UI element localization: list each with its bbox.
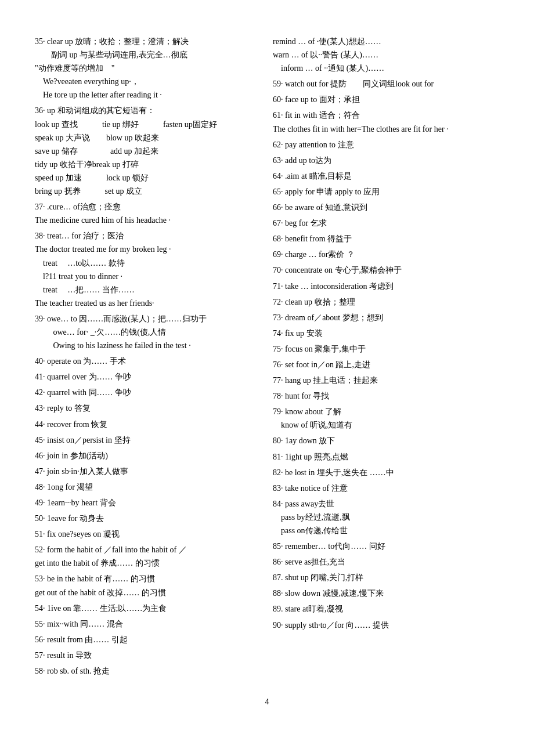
entry-line: 63· add up to达为 — [273, 154, 499, 167]
entry-90: 90· supply sth·to／for 向…… 提供 — [273, 618, 499, 632]
entry-line: 77· hang up 挂上电话；挂起来 — [273, 374, 499, 387]
entry-37: 37· .cure… of治愈；痊愈The medicine cured him… — [35, 200, 261, 227]
entry-line: know of 听说,知道有 — [273, 418, 499, 432]
entry-74: 74· fix up 安装 — [273, 327, 499, 340]
entry-line: 35· clear up 放晴；收拾；整理；澄清；解决 — [35, 35, 261, 48]
entry-line: 75· focus on 聚集于,集中于 — [273, 342, 499, 356]
entry-line: save up 储存 add up 加起来 — [35, 144, 261, 158]
entry-87: 87. shut up 闭嘴,关门,打样 — [273, 571, 499, 584]
entry-line: 80· 1ay down 放下 — [273, 434, 499, 447]
entry-line: 81· 1ight up 照亮,点燃 — [273, 450, 499, 464]
entry-line: 54· 1ive on 靠…… 生活;以……为主食 — [35, 602, 261, 615]
entry-56: 56· result from 由…… 引起 — [35, 633, 261, 646]
entry-79: 79· know about 了解 know of 听说,知道有 — [273, 405, 499, 432]
entry-line: 59· watch out for 提防 同义词组look out for — [273, 77, 499, 91]
entry-line: pass by经过,流逝,飘 — [273, 511, 499, 524]
entry-line: 90· supply sth·to／for 向…… 提供 — [273, 618, 499, 632]
entry-38: 38· treat… for 治疗；医治The doctor treated m… — [35, 229, 261, 310]
entry-84: 84· pass away去世 pass by经过,流逝,飘 pass on传递… — [273, 497, 499, 537]
entry-line: 47· join sb·in·加入某人做事 — [35, 465, 261, 478]
entry-line: 86· serve as担任,充当 — [273, 555, 499, 569]
entry-line: remind … of ·使(某人)想起…… — [273, 35, 499, 48]
entry-63: 63· add up to达为 — [273, 154, 499, 167]
entry-line: 62· pay attention to 注意 — [273, 138, 499, 151]
entry-line: bring up 抚养 set up 成立 — [35, 185, 261, 198]
entry-line: 70· concentrate on 专心于,聚精会神于 — [273, 263, 499, 277]
entry-line: 48· 1ong for 渴望 — [35, 480, 261, 494]
entry-line: 46· join in 参加(活动) — [35, 449, 261, 462]
entry-line: The teacher treated us as her friends· — [35, 296, 261, 310]
entry-line: 38· treat… for 治疗；医治 — [35, 229, 261, 243]
entry-line: 61· fit in with 适合；符合 — [273, 108, 499, 122]
entry-line: 51· fix one?seyes on 凝视 — [35, 527, 261, 541]
entry-41: 41· quarrel over 为…… 争吵 — [35, 370, 261, 384]
entry-57: 57· result in 导致 — [35, 649, 261, 662]
entry-54: 54· 1ive on 靠…… 生活;以……为主食 — [35, 602, 261, 615]
entry-line: 85· remember… to代向…… 问好 — [273, 540, 499, 553]
entry-line: 72· clean up 收拾；整理 — [273, 295, 499, 309]
entry-73: 73· dream of／about 梦想；想到 — [273, 311, 499, 324]
entry-line: 83· take notice of 注意 — [273, 482, 499, 495]
entry-line: pass on传递,传给世 — [273, 524, 499, 537]
entry-line: The medicine cured him of his headache · — [35, 214, 261, 227]
entry-line: 55· mix··with 同…… 混合 — [35, 617, 261, 631]
entry-line: 50· 1eave for 动身去 — [35, 512, 261, 525]
entry-line: The clothes fit in with her=The clothes … — [273, 122, 499, 136]
entry-44: 44· recover from 恢复 — [35, 418, 261, 431]
entry-61: 61· fit in with 适合；符合The clothes fit in … — [273, 108, 499, 135]
entry-43: 43· reply to 答复 — [35, 401, 261, 415]
entry-line: speed up 加速 lock up 锁好 — [35, 171, 261, 185]
entry-line: 79· know about 了解 — [273, 405, 499, 418]
entry-line: treat …把…… 当作…… — [35, 283, 261, 296]
entry-64: 64· .aim at 瞄准,目标是 — [273, 169, 499, 183]
entry-line: 74· fix up 安装 — [273, 327, 499, 340]
entry-69: 69· charge … for索价 ？ — [273, 248, 499, 261]
entry-line: get out of the habit of 改掉…… 的习惯 — [35, 586, 261, 599]
entry-line: 71· take … intoconsideration 考虑到 — [273, 280, 499, 293]
entry-line: 49· 1earn···by heart 背会 — [35, 496, 261, 509]
entry-line: inform … of ··通知 (某人)…… — [273, 62, 499, 75]
entry-line: 88· slow down 减慢,减速,慢下来 — [273, 587, 499, 600]
entry-line: 36· up 和动词组成的其它短语有： — [35, 104, 261, 117]
entry-line: Owing to his laziness he failed in the t… — [35, 339, 261, 352]
entry-line: l?11 treat you to dinner · — [35, 270, 261, 283]
entry-35: 35· clear up 放晴；收拾；整理；澄清；解决 副词 up 与某些动词连… — [35, 35, 261, 102]
entry-line: 57· result in 导致 — [35, 649, 261, 662]
entry-82: 82· be lost in 埋头于,迷失在 ……中 — [273, 466, 499, 479]
entry-r1: remind … of ·使(某人)想起……warn … of 以··警告 (某… — [273, 35, 499, 75]
entry-85: 85· remember… to代向…… 问好 — [273, 540, 499, 553]
entry-70: 70· concentrate on 专心于,聚精会神于 — [273, 263, 499, 277]
entry-line: 43· reply to 答复 — [35, 401, 261, 415]
entry-line: speak up 大声说 blow up 吹起来 — [35, 131, 261, 144]
entry-line: treat …to以…… 款待 — [35, 256, 261, 270]
entry-78: 78· hunt for 寻找 — [273, 389, 499, 403]
entry-58: 58· rob sb. of sth. 抢走 — [35, 664, 261, 678]
page-number: 4 — [35, 697, 499, 707]
entry-86: 86· serve as担任,充当 — [273, 555, 499, 569]
entry-68: 68· benefit from 得益于 — [273, 232, 499, 245]
entry-line: 39· owe… to 因……而感激(某人)；把……归功于 — [35, 312, 261, 325]
entry-line: look up 查找 tie up 绑好 fasten up固定好 — [35, 118, 261, 131]
entry-51: 51· fix one?seyes on 凝视 — [35, 527, 261, 541]
entry-line: 67· beg for 乞求 — [273, 216, 499, 230]
entry-83: 83· take notice of 注意 — [273, 482, 499, 495]
entry-line: 65· apply for 申请 apply to 应用 — [273, 185, 499, 198]
entry-line: We?veeaten everything up·， — [35, 75, 261, 88]
entry-62: 62· pay attention to 注意 — [273, 138, 499, 151]
entry-line: 60· face up to 面对；承担 — [273, 93, 499, 106]
main-content: 35· clear up 放晴；收拾；整理；澄清；解决 副词 up 与某些动词连… — [35, 35, 499, 680]
entry-88: 88· slow down 减慢,减速,慢下来 — [273, 587, 499, 600]
entry-65: 65· apply for 申请 apply to 应用 — [273, 185, 499, 198]
entry-line: get into the habit of 养成…… 的习惯 — [35, 556, 261, 570]
entry-45: 45· insist on／persist in 坚持 — [35, 433, 261, 447]
entry-line: 副词 up 与某些动词连用,表完全…彻底 — [35, 48, 261, 62]
entry-line: 64· .aim at 瞄准,目标是 — [273, 169, 499, 183]
entry-46: 46· join in 参加(活动) — [35, 449, 261, 462]
entry-55: 55· mix··with 同…… 混合 — [35, 617, 261, 631]
entry-line: 37· .cure… of治愈；痊愈 — [35, 200, 261, 214]
entry-72: 72· clean up 收拾；整理 — [273, 295, 499, 309]
entry-line: 78· hunt for 寻找 — [273, 389, 499, 403]
entry-36: 36· up 和动词组成的其它短语有：look up 查找 tie up 绑好 … — [35, 104, 261, 198]
left-column: 35· clear up 放晴；收拾；整理；澄清；解决 副词 up 与某些动词连… — [35, 35, 273, 680]
entry-49: 49· 1earn···by heart 背会 — [35, 496, 261, 509]
